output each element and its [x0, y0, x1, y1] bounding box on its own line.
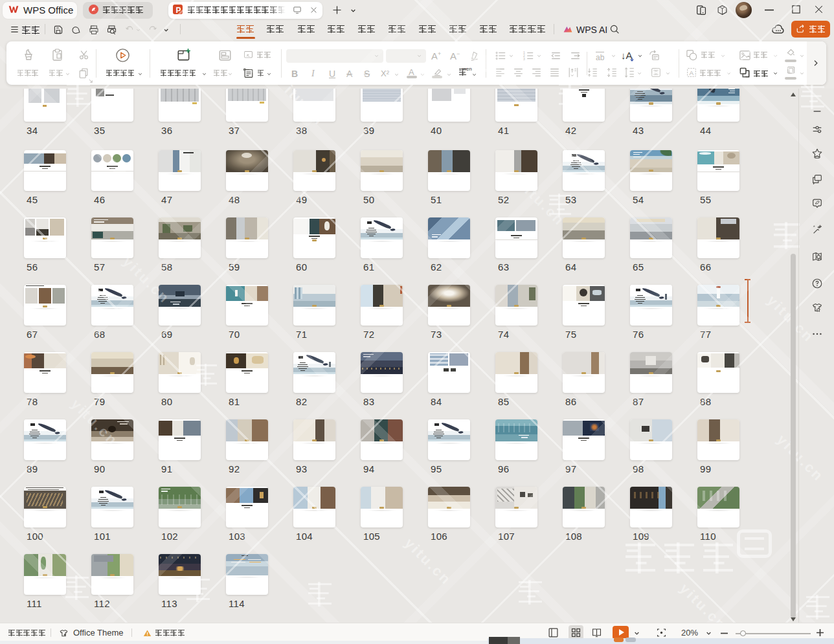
- svg-text:A: A: [689, 69, 693, 76]
- svg-text:3: 3: [523, 58, 525, 61]
